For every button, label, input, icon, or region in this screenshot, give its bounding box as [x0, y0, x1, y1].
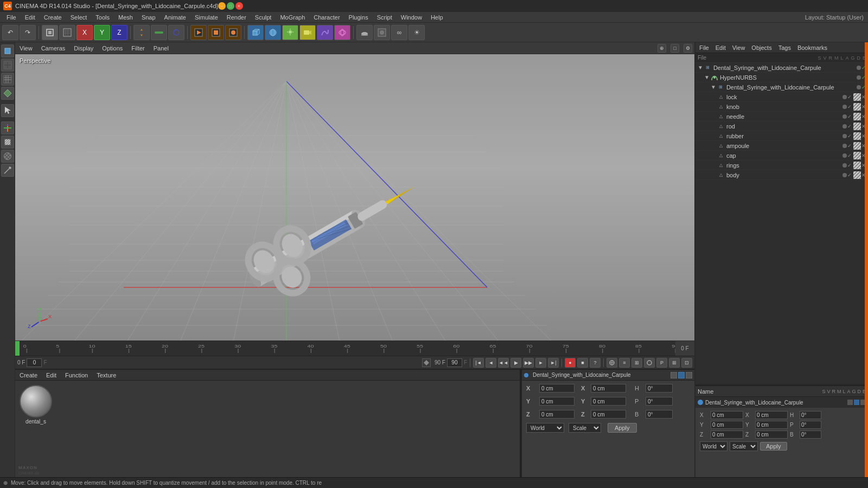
obj-item-body[interactable]: △ body ✓ ✕ [695, 170, 868, 180]
camera-button[interactable] [299, 25, 316, 40]
menu-snap[interactable]: Snap [137, 12, 160, 22]
obj-item-lock[interactable]: △ lock ✓ ✕ [695, 92, 868, 102]
light-button[interactable] [282, 25, 298, 40]
root-expand[interactable]: ▼ [698, 65, 703, 70]
menu-edit[interactable]: Edit [21, 12, 40, 22]
z-position-field[interactable] [539, 410, 575, 419]
obj-item-knob[interactable]: △ knob ✓ ✕ [695, 102, 868, 112]
render-active-button[interactable] [225, 25, 241, 40]
move-tool-button[interactable] [133, 25, 150, 40]
mat-menu-function[interactable]: Function [63, 372, 90, 378]
edges-mode-btn[interactable] [1, 73, 14, 86]
rotate-tool-button[interactable] [168, 25, 184, 40]
right-attr-ctrl2[interactable] [854, 400, 859, 405]
obj-item-dental-group[interactable]: ▼ ⊞ Dental_Syringe_with_Lidocaine_Carpul… [695, 82, 868, 92]
obj-item-needle[interactable]: △ needle ✓ ✕ [695, 112, 868, 121]
timeline-track[interactable]: 0 5 10 15 20 25 30 35 40 45 50 55 [20, 341, 675, 356]
rings-check[interactable]: ✓ [847, 163, 852, 168]
hn-dot1[interactable] [857, 75, 861, 80]
viewport[interactable]: Perspective X Y Z [15, 54, 694, 341]
nurbs-button[interactable] [334, 25, 350, 40]
play-forward-button[interactable]: ▶ [510, 358, 521, 368]
obj-item-rubber[interactable]: △ rubber ✓ ✕ [695, 131, 868, 141]
ry-input[interactable] [711, 421, 743, 429]
y-axis-button[interactable]: Y [94, 25, 110, 40]
material-ball[interactable] [20, 385, 52, 418]
rubber-check[interactable]: ✓ [847, 133, 852, 139]
root-dot1[interactable] [857, 66, 861, 70]
viewport-menu-panel[interactable]: Panel [151, 45, 171, 52]
right-apply-button[interactable]: Apply [760, 442, 787, 451]
menu-help[interactable]: Help [426, 12, 448, 22]
loop-button[interactable]: ? [590, 358, 601, 368]
apply-button[interactable]: Apply [608, 423, 637, 433]
obj-item-rings[interactable]: △ rings ✓ ✕ [695, 160, 868, 170]
z-axis-button[interactable]: Z [111, 25, 127, 40]
rubber-dot[interactable] [843, 134, 847, 138]
cap-check[interactable]: ✓ [847, 153, 852, 158]
obj-item-rod[interactable]: △ rod ✓ ✕ [695, 121, 868, 131]
rx-input2[interactable] [755, 411, 788, 419]
obj-menu-objects[interactable]: Objects [750, 44, 773, 51]
body-check[interactable]: ✓ [847, 172, 852, 178]
lock-check[interactable]: ✓ [847, 94, 852, 100]
ampoule-check[interactable]: ✓ [847, 143, 852, 149]
timeline-ruler[interactable]: 0 5 10 15 20 25 30 35 40 45 50 55 [15, 341, 694, 356]
rp-input[interactable] [800, 421, 821, 429]
attr-col-1[interactable] [671, 372, 677, 378]
hy-field[interactable] [591, 397, 626, 406]
texture-mode-button[interactable] [59, 25, 75, 40]
stop-button[interactable]: ■ [577, 358, 588, 368]
coord-space-dropdown[interactable]: Scale Rotate [569, 423, 601, 433]
right-coord-space[interactable]: Scale Rotate [730, 441, 758, 451]
spline-button[interactable] [317, 25, 333, 40]
obj-menu-bookmarks[interactable]: Bookmarks [796, 44, 829, 51]
rz-input2[interactable] [755, 431, 788, 439]
maximize-button[interactable]: □ [227, 2, 234, 10]
x-position-field[interactable] [539, 384, 575, 393]
keyframe-button[interactable] [422, 358, 431, 367]
menu-select[interactable]: Select [66, 12, 92, 22]
viewport-menu-cameras[interactable]: Cameras [39, 45, 68, 52]
go-end-button[interactable]: ►| [548, 358, 559, 368]
mat-menu-edit[interactable]: Edit [44, 372, 59, 378]
material-item[interactable]: dental_s [20, 385, 52, 425]
minimize-button[interactable]: − [218, 2, 226, 10]
dg-dot1[interactable] [857, 85, 861, 89]
rx-input[interactable] [711, 411, 743, 419]
menu-mesh[interactable]: Mesh [114, 12, 137, 22]
obj-item-hypernurbs[interactable]: ▼ HyperNURBS ✓ [695, 73, 868, 82]
model-mode-button[interactable] [42, 25, 58, 40]
mat-menu-texture[interactable]: Texture [94, 372, 118, 378]
menu-plugins[interactable]: Plugins [344, 12, 373, 22]
scale-tool-button[interactable] [151, 25, 167, 40]
go-start-button[interactable]: |◄ [473, 358, 484, 368]
h-field[interactable] [646, 384, 673, 393]
b-field[interactable] [646, 410, 673, 419]
obj-item-cap[interactable]: △ cap ✓ ✕ [695, 151, 868, 160]
play-back-button[interactable]: ◄◄ [498, 358, 509, 368]
needle-check[interactable]: ✓ [847, 114, 852, 119]
frame-input[interactable] [27, 358, 42, 367]
y-position-field[interactable] [539, 397, 575, 406]
obj-menu-edit[interactable]: Edit [714, 44, 727, 51]
right-attr-ctrl1[interactable] [847, 400, 853, 405]
viewport-menu-options[interactable]: Options [100, 45, 125, 52]
menu-render[interactable]: Render [222, 12, 251, 22]
texture-left-btn[interactable] [1, 136, 14, 149]
sky-button[interactable]: ☀ [409, 25, 425, 40]
menu-mograph[interactable]: MoGraph [276, 12, 309, 22]
obj-menu-tags[interactable]: Tags [777, 44, 793, 51]
cap-dot[interactable] [843, 153, 847, 158]
knob-check[interactable]: ✓ [847, 104, 852, 110]
polygon-mode-btn[interactable] [1, 87, 14, 100]
menu-animate[interactable]: Animate [160, 12, 190, 22]
end-frame-input[interactable] [447, 358, 462, 367]
key-add-button[interactable] [607, 358, 617, 368]
select-tool-btn[interactable] [1, 104, 14, 117]
hx-field[interactable] [591, 384, 626, 393]
grid-button[interactable]: ⊞ [669, 358, 680, 368]
menu-tools[interactable]: Tools [91, 12, 114, 22]
record-button[interactable]: ● [565, 358, 576, 368]
rings-dot[interactable] [843, 163, 847, 168]
